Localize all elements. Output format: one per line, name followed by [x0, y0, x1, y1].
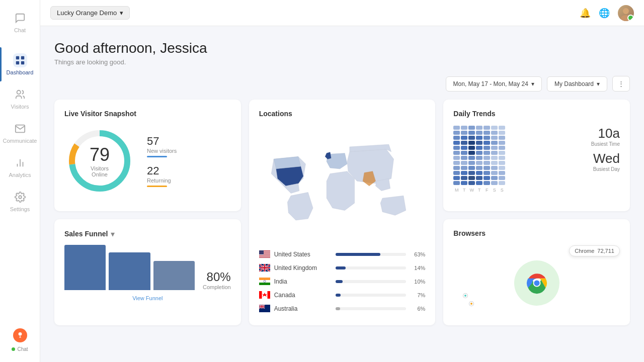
returning-visitors-stat: 22 Returning	[147, 164, 177, 187]
flag-india	[259, 278, 270, 285]
funnel-bar-2	[109, 252, 150, 290]
svg-rect-1	[21, 56, 24, 59]
funnel-card: Sales Funnel ▾ 80% Completion View Funne…	[54, 219, 241, 326]
sidebar-item-chat-label: Chat	[14, 27, 26, 33]
chrome-browser-label: Chrome	[575, 248, 594, 254]
country-us: United States	[274, 251, 332, 258]
us-bar	[336, 253, 380, 256]
returning-label: Returning	[147, 177, 177, 184]
snapshot-title: Live Visitor Snapshot	[64, 110, 231, 118]
svg-point-11	[621, 15, 631, 21]
sidebar-item-analytics-label: Analytics	[9, 172, 31, 178]
australia-bar-container	[336, 307, 406, 310]
returning-bar	[147, 186, 167, 187]
svg-rect-29	[259, 291, 262, 299]
dashboard-filter[interactable]: My Dashboard ▾	[547, 76, 607, 92]
sidebar-item-settings-label: Settings	[10, 206, 30, 212]
svg-rect-3	[21, 61, 24, 64]
main-content: Lucky Orange Demo ▾ 🔔 🌐 Good afternoon, …	[40, 0, 644, 362]
dashboard-filter-label: My Dashboard	[554, 80, 594, 87]
browser-dot-2	[469, 302, 473, 306]
chrome-icon	[522, 268, 552, 298]
completion-pct: 80%	[203, 270, 231, 284]
greeting-section: Good afternoon, Jessica Things are looki…	[54, 40, 630, 66]
sidebar-item-settings[interactable]: Settings	[0, 184, 40, 218]
sidebar-item-visitors-label: Visitors	[11, 104, 29, 110]
country-india: India	[274, 278, 332, 285]
australia-bar	[336, 307, 340, 310]
new-visitors-bar	[147, 156, 167, 157]
dashboard-grid: Live Visitor Snapshot 79	[54, 100, 630, 325]
country-australia: Australia	[274, 305, 332, 312]
funnel-header: Sales Funnel ▾	[64, 229, 231, 239]
date-range-label: Mon, May 17 - Mon, May 24	[453, 80, 528, 87]
browsers-content: Chrome 72,711	[453, 245, 620, 311]
chat-icon	[13, 11, 27, 25]
chrome-count: 72,711	[597, 248, 614, 254]
svg-point-9	[18, 332, 22, 336]
heatmap-section: MTWTFSS	[453, 126, 575, 193]
canada-bar-container	[336, 294, 406, 297]
date-range-chevron: ▾	[531, 80, 534, 87]
world-map	[259, 126, 426, 241]
svg-rect-21	[259, 257, 270, 257]
completion-label: Completion	[203, 284, 231, 290]
communicate-icon	[13, 122, 27, 136]
browser-dot-1	[463, 294, 467, 298]
trends-content: MTWTFSS 10a Busiest Time Wed Busiest Day	[453, 126, 620, 193]
svg-rect-26	[259, 283, 270, 285]
funnel-bar-1	[64, 245, 106, 290]
locations-card: Locations	[249, 100, 436, 325]
sidebar-item-communicate[interactable]: Communicate	[0, 116, 40, 150]
flag-uk	[259, 264, 270, 272]
location-item-india: India 10%	[259, 275, 426, 288]
sidebar-item-analytics[interactable]: Analytics	[0, 150, 40, 184]
flag-canada	[259, 291, 270, 299]
australia-pct: 6%	[410, 306, 425, 312]
bottom-chat-icon	[13, 328, 27, 342]
busiest-day: Wed	[580, 151, 620, 166]
more-options-button[interactable]: ⋮	[612, 76, 630, 92]
bottom-chat-label: Chat	[12, 346, 28, 352]
us-bar-container	[336, 253, 406, 256]
sidebar-item-communicate-label: Communicate	[3, 138, 37, 144]
canada-pct: 7%	[410, 292, 425, 298]
sidebar-item-dashboard[interactable]: Dashboard	[0, 47, 40, 81]
site-selector[interactable]: Lucky Orange Demo ▾	[50, 6, 130, 20]
view-funnel-link[interactable]: View Funnel	[64, 295, 231, 301]
user-avatar[interactable]	[618, 5, 634, 21]
location-item-us: United States 63%	[259, 247, 426, 261]
sidebar-item-visitors[interactable]: Visitors	[0, 81, 40, 116]
sidebar-item-dashboard-label: Dashboard	[7, 69, 34, 75]
site-name: Lucky Orange Demo	[57, 9, 117, 17]
new-visitors-count: 57	[147, 135, 177, 148]
uk-bar	[336, 266, 346, 269]
flag-us	[259, 250, 270, 258]
trends-stats: 10a Busiest Time Wed Busiest Day	[580, 126, 620, 193]
location-item-uk: United Kingdom 14%	[259, 261, 426, 275]
location-item-canada: Canada 7%	[259, 288, 426, 302]
india-pct: 10%	[410, 279, 425, 285]
globe-icon[interactable]: 🌐	[599, 8, 610, 19]
date-range-filter[interactable]: Mon, May 17 - Mon, May 24 ▾	[446, 76, 542, 92]
sidebar-bottom: Chat	[12, 328, 28, 357]
svg-point-10	[623, 8, 629, 14]
topbar: Lucky Orange Demo ▾ 🔔 🌐	[40, 0, 644, 26]
filter-row: Mon, May 17 - Mon, May 24 ▾ My Dashboard…	[54, 76, 630, 92]
sidebar-item-chat[interactable]: Chat	[0, 5, 40, 39]
locations-title: Locations	[259, 110, 426, 118]
dashboard-icon	[13, 53, 27, 67]
funnel-chevron[interactable]: ▾	[111, 229, 115, 239]
country-canada: Canada	[274, 292, 332, 299]
browsers-card: Browsers Chrome 72,711	[443, 219, 630, 326]
us-pct: 63%	[410, 251, 425, 257]
busiest-day-label: Busiest Day	[580, 166, 620, 172]
snapshot-content: 79 Visitors Online 57 New visitors 22 Re…	[64, 126, 231, 196]
notification-icon[interactable]: 🔔	[580, 8, 591, 19]
trends-card: Daily Trends MTWTFSS 10a Busiest Time We…	[443, 100, 630, 211]
visitors-count: 79	[82, 144, 117, 165]
browser-dots	[463, 294, 473, 306]
india-bar-container	[336, 280, 406, 283]
svg-point-4	[17, 90, 20, 94]
svg-point-8	[19, 196, 22, 199]
